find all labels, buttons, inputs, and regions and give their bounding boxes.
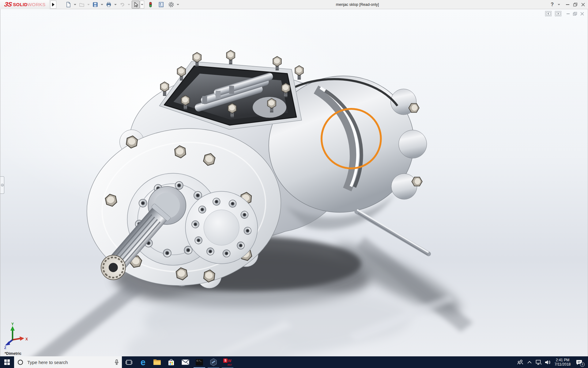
graphics-viewport[interactable]: Y X Z *Dimetric xyxy=(0,9,588,356)
save-button[interactable] xyxy=(91,1,99,9)
clock-time: 2:41 PM xyxy=(552,358,573,362)
new-document-button[interactable] xyxy=(64,1,72,9)
solidworks-logo-solid: SOLID xyxy=(13,2,28,7)
restore-button[interactable] xyxy=(573,3,577,6)
triad-x-label: X xyxy=(25,337,28,341)
command-prompt-icon: C:\_ xyxy=(196,359,203,366)
dropdown-caret-icon[interactable] xyxy=(74,4,76,5)
mail-taskbar-button[interactable] xyxy=(178,356,192,368)
reference-triad: Y X Z xyxy=(2,322,30,350)
gear-icon xyxy=(168,2,174,8)
start-button[interactable] xyxy=(0,356,14,368)
volume-button[interactable] xyxy=(543,356,552,368)
people-icon xyxy=(517,360,524,365)
dropdown-caret-icon[interactable] xyxy=(101,4,103,5)
right-boss-dome xyxy=(204,210,239,245)
collapse-right-pane-button[interactable] xyxy=(555,11,561,16)
close-button[interactable] xyxy=(581,3,585,6)
feature-pane-flyout-tab[interactable] xyxy=(0,176,4,194)
dropdown-caret-icon xyxy=(128,4,130,5)
save-floppy-icon xyxy=(92,2,98,8)
open-folder-icon xyxy=(79,2,85,8)
microphone-icon[interactable] xyxy=(115,359,119,365)
pane-left-arrow-icon xyxy=(546,12,551,15)
clock-date: 7/11/2018 xyxy=(552,362,573,366)
pane-right-arrow-icon xyxy=(556,12,560,15)
open-button[interactable] xyxy=(78,1,86,9)
dropdown-caret-icon xyxy=(141,4,143,5)
document-window-controls xyxy=(545,11,584,16)
solidworks-2017-icon: S W 2017 xyxy=(223,358,232,366)
model-3d-scene[interactable] xyxy=(0,9,588,356)
undo-button[interactable] xyxy=(118,1,126,9)
pane-knob-icon xyxy=(1,184,4,186)
document-title: menjac sklop [Read-only] xyxy=(336,0,379,9)
doc-minimize-button[interactable] xyxy=(567,13,570,14)
file-properties-icon xyxy=(158,2,164,8)
right-bearing-boss[interactable] xyxy=(185,191,258,264)
selection-filter-button[interactable] xyxy=(146,1,154,9)
notification-badge: 3 xyxy=(580,362,585,367)
quick-access-toolbar xyxy=(64,1,180,9)
window-controls: ? xyxy=(551,0,585,9)
chevron-up-icon xyxy=(527,361,532,364)
command-prompt-taskbar-button[interactable]: C:\_ xyxy=(192,356,206,368)
print-icon xyxy=(106,2,112,8)
cortana-icon xyxy=(18,360,23,365)
select-cursor-icon xyxy=(133,2,139,8)
minimize-button[interactable] xyxy=(566,4,569,5)
titlebar: ЗS SOLID WORKS xyxy=(0,0,588,9)
view-orientation-label: *Dimetric xyxy=(5,351,21,356)
hexagon-app-taskbar-button[interactable] xyxy=(206,356,221,368)
selection-filter-traffic-light-icon xyxy=(147,2,153,8)
network-button[interactable] xyxy=(534,356,543,368)
dropdown-caret-icon[interactable] xyxy=(177,4,179,5)
triad-y-label: Y xyxy=(11,322,14,326)
edge-taskbar-button[interactable]: e xyxy=(136,356,150,368)
dropdown-caret-icon[interactable] xyxy=(114,4,117,5)
solidworks-logo: ЗS SOLID WORKS xyxy=(0,0,50,9)
windows-taskbar: Type here to search e C:\_ S xyxy=(0,356,588,368)
file-properties-button[interactable] xyxy=(157,1,165,9)
windows-logo-icon xyxy=(4,359,10,365)
file-explorer-taskbar-button[interactable] xyxy=(150,356,164,368)
menu-flyout-button[interactable] xyxy=(50,1,56,9)
flyout-arrow-icon xyxy=(52,3,55,6)
taskbar-search-box[interactable]: Type here to search xyxy=(14,356,122,368)
search-placeholder-text: Type here to search xyxy=(27,360,115,365)
dropdown-caret-icon xyxy=(87,4,90,5)
task-view-button[interactable] xyxy=(122,356,136,368)
solidworks-logo-works: WORKS xyxy=(28,2,46,7)
tray-chevron-button[interactable] xyxy=(525,356,534,368)
select-dropdown-button[interactable] xyxy=(140,1,144,9)
system-tray: 2:41 PM 7/11/2018 3 xyxy=(516,356,588,368)
store-taskbar-button[interactable] xyxy=(164,356,178,368)
people-button[interactable] xyxy=(516,356,525,368)
help-dropdown-caret-icon[interactable] xyxy=(558,4,560,5)
help-button[interactable]: ? xyxy=(551,2,554,7)
task-view-icon xyxy=(126,360,132,365)
action-center-button[interactable]: 3 xyxy=(573,356,586,368)
solidworks-logo-mark: ЗS xyxy=(4,1,12,8)
network-icon xyxy=(536,360,542,365)
doc-restore-button[interactable] xyxy=(573,12,577,16)
mail-icon xyxy=(182,359,189,365)
hexagon-app-icon xyxy=(210,358,217,366)
solidworks-taskbar-button[interactable]: S W 2017 xyxy=(221,356,235,368)
doc-close-button[interactable] xyxy=(580,12,584,16)
microsoft-store-icon xyxy=(168,358,175,366)
print-button[interactable] xyxy=(105,1,113,9)
options-button[interactable] xyxy=(167,1,175,9)
solidworks-window: ЗS SOLID WORKS xyxy=(0,0,588,368)
new-document-icon xyxy=(65,2,71,8)
undo-arrow-icon xyxy=(119,2,125,8)
file-explorer-icon xyxy=(153,359,161,365)
speaker-icon xyxy=(545,360,551,365)
taskbar-clock[interactable]: 2:41 PM 7/11/2018 xyxy=(552,358,573,366)
collapse-left-pane-button[interactable] xyxy=(545,11,552,16)
edge-icon: e xyxy=(141,358,145,367)
triad-z-label: Z xyxy=(4,346,6,350)
select-tool-button[interactable] xyxy=(132,1,140,9)
